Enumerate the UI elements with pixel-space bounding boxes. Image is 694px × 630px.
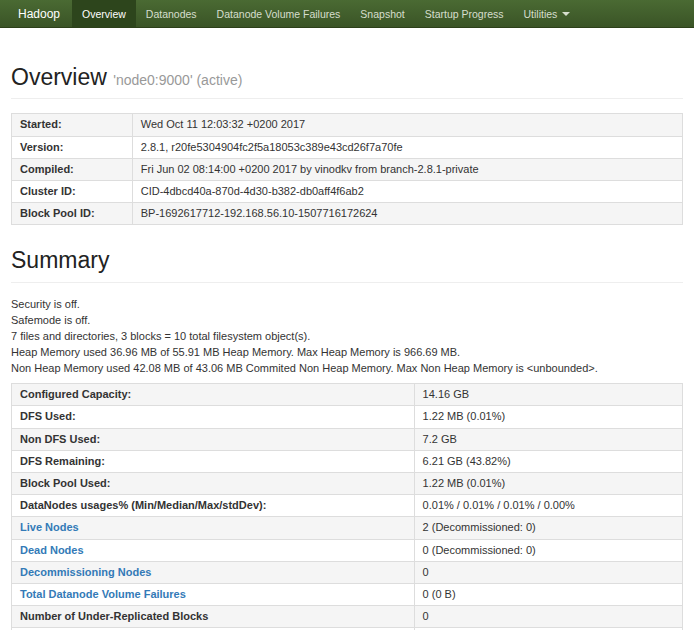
table-row: DFS Used: 1.22 MB (0.01%)	[12, 406, 683, 428]
live-nodes-link[interactable]: Live Nodes	[20, 521, 79, 533]
row-label: Decommissioning Nodes	[12, 561, 415, 583]
row-label: Block Pool Used:	[12, 472, 415, 494]
row-label: DFS Remaining:	[12, 450, 415, 472]
summary-line-heap-memory: Heap Memory used 36.96 MB of 55.91 MB He…	[11, 345, 683, 359]
overview-info-table: Started: Wed Oct 11 12:03:32 +0200 2017 …	[11, 113, 683, 225]
summary-line-security: Security is off.	[11, 297, 683, 311]
table-row: Configured Capacity: 14.16 GB	[12, 384, 683, 406]
row-label: DataNodes usages% (Min/Median/Max/stdDev…	[12, 495, 415, 517]
chevron-down-icon	[562, 12, 570, 16]
row-label: Non DFS Used:	[12, 428, 415, 450]
row-label: DFS Used:	[12, 406, 415, 428]
summary-title-text: Summary	[11, 247, 109, 273]
table-row: Number of Under-Replicated Blocks 0	[12, 606, 683, 628]
row-label: Started:	[12, 114, 133, 136]
table-row: Version: 2.8.1, r20fe5304904fc2f5a18053c…	[12, 136, 683, 158]
row-label: Block Pool ID:	[12, 203, 133, 225]
row-value: 0	[414, 561, 682, 583]
table-row: Live Nodes 2 (Decommissioned: 0)	[12, 517, 683, 539]
row-label: Configured Capacity:	[12, 384, 415, 406]
table-row: Block Pool ID: BP-1692617712-192.168.56.…	[12, 203, 683, 225]
overview-header: Overview 'node0:9000' (active)	[11, 64, 683, 99]
summary-header: Summary	[11, 247, 683, 282]
page-title: Overview 'node0:9000' (active)	[11, 64, 683, 90]
nav-item-utilities[interactable]: Utilities	[514, 0, 581, 27]
row-value: 2.8.1, r20fe5304904fc2f5a18053c389e43cd2…	[132, 136, 682, 158]
dead-nodes-link[interactable]: Dead Nodes	[20, 544, 84, 556]
table-row: Block Pool Used: 1.22 MB (0.01%)	[12, 472, 683, 494]
table-row: Non DFS Used: 7.2 GB	[12, 428, 683, 450]
row-value: 7.2 GB	[414, 428, 682, 450]
row-label: Version:	[12, 136, 133, 158]
nav-item-overview[interactable]: Overview	[72, 0, 136, 27]
row-value: 1.22 MB (0.01%)	[414, 406, 682, 428]
nav-item-datanodes[interactable]: Datanodes	[136, 0, 207, 27]
row-value: CID-4dbcd40a-870d-4d30-b382-db0aff4f6ab2	[132, 181, 682, 203]
nav-item-snapshot[interactable]: Snapshot	[350, 0, 414, 27]
row-label: Total Datanode Volume Failures	[12, 583, 415, 605]
table-row: Compiled: Fri Jun 02 08:14:00 +0200 2017…	[12, 158, 683, 180]
table-row: DataNodes usages% (Min/Median/Max/stdDev…	[12, 495, 683, 517]
total-datanode-volume-failures-link[interactable]: Total Datanode Volume Failures	[20, 588, 186, 600]
row-value: 0	[414, 606, 682, 628]
row-value: BP-1692617712-192.168.56.10-150771617262…	[132, 203, 682, 225]
summary-lines: Security is off. Safemode is off. 7 file…	[11, 297, 683, 375]
table-row: Total Datanode Volume Failures 0 (0 B)	[12, 583, 683, 605]
table-row: Started: Wed Oct 11 12:03:32 +0200 2017	[12, 114, 683, 136]
summary-title: Summary	[11, 247, 683, 273]
row-label: Dead Nodes	[12, 539, 415, 561]
row-value: 0 (Decommissioned: 0)	[414, 539, 682, 561]
row-label: Number of Under-Replicated Blocks	[12, 606, 415, 628]
page-title-text: Overview	[11, 64, 107, 90]
row-value: 1.22 MB (0.01%)	[414, 472, 682, 494]
nav-item-startup-progress[interactable]: Startup Progress	[415, 0, 514, 27]
row-value: 14.16 GB	[414, 384, 682, 406]
row-label: Live Nodes	[12, 517, 415, 539]
row-label: Compiled:	[12, 158, 133, 180]
top-navbar: Hadoop Overview Datanodes Datanode Volum…	[0, 0, 694, 28]
row-value: 0 (0 B)	[414, 583, 682, 605]
page-subtitle: 'node0:9000' (active)	[113, 72, 242, 88]
summary-line-filesystem-objects: 7 files and directories, 3 blocks = 10 t…	[11, 329, 683, 343]
table-row: Decommissioning Nodes 0	[12, 561, 683, 583]
summary-table: Configured Capacity: 14.16 GB DFS Used: …	[11, 383, 683, 630]
nav-item-datanode-volume-failures[interactable]: Datanode Volume Failures	[207, 0, 351, 27]
decommissioning-nodes-link[interactable]: Decommissioning Nodes	[20, 566, 151, 578]
row-value: 6.21 GB (43.82%)	[414, 450, 682, 472]
navbar-brand[interactable]: Hadoop	[6, 0, 72, 27]
summary-line-safemode: Safemode is off.	[11, 313, 683, 327]
row-label: Cluster ID:	[12, 181, 133, 203]
row-value: Wed Oct 11 12:03:32 +0200 2017	[132, 114, 682, 136]
summary-line-non-heap-memory: Non Heap Memory used 42.08 MB of 43.06 M…	[11, 361, 683, 375]
table-row: Dead Nodes 0 (Decommissioned: 0)	[12, 539, 683, 561]
table-row: Cluster ID: CID-4dbcd40a-870d-4d30-b382-…	[12, 181, 683, 203]
row-value: 2 (Decommissioned: 0)	[414, 517, 682, 539]
row-value: Fri Jun 02 08:14:00 +0200 2017 by vinodk…	[132, 158, 682, 180]
row-value: 0.01% / 0.01% / 0.01% / 0.00%	[414, 495, 682, 517]
table-row: DFS Remaining: 6.21 GB (43.82%)	[12, 450, 683, 472]
nav-item-utilities-label: Utilities	[524, 8, 558, 20]
